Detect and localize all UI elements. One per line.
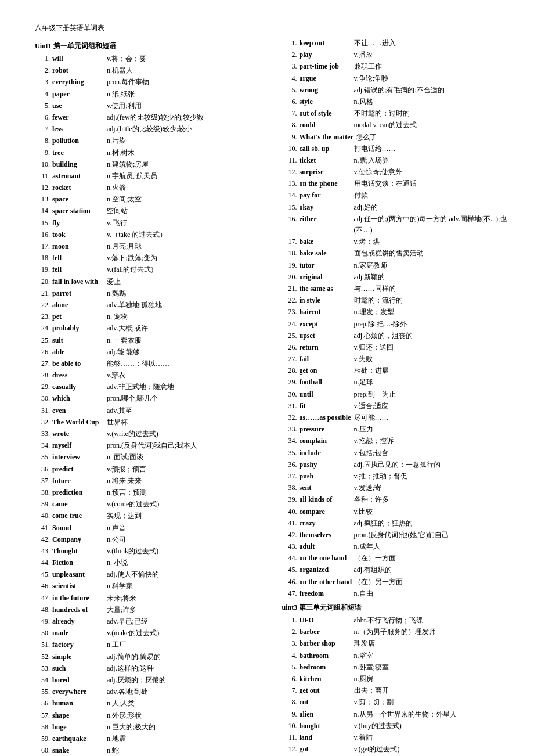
item-number: 7.	[282, 108, 297, 119]
item-word: Thought	[52, 546, 104, 557]
item-number: 7.	[282, 685, 297, 696]
item-number: 4.	[282, 650, 297, 661]
item-definition: n.压力	[354, 424, 517, 435]
item-definition: n.足球	[354, 377, 517, 388]
item-number: 14.	[35, 206, 50, 217]
item-number: 57.	[35, 710, 50, 721]
list-item: 6.stylen.风格	[282, 96, 517, 107]
item-number: 3.	[282, 61, 297, 72]
unit3-list: 1.UFOabbr.不行飞行物；飞碟2.barbern.（为男子服务的）理发师3…	[282, 615, 517, 756]
list-item: 46.on the other hand（在）另一方面	[282, 577, 517, 588]
item-number: 11.	[282, 732, 297, 743]
item-number: 45.	[35, 569, 50, 580]
item-word: made	[52, 628, 104, 639]
item-number: 40.	[35, 510, 50, 521]
item-word: future	[52, 476, 104, 487]
item-number: 30.	[282, 389, 297, 400]
item-number: 18.	[282, 248, 297, 259]
list-item: 8.couldmodal v. can的过去式	[282, 120, 517, 131]
list-item: 4.arguev.争论;争吵	[282, 73, 517, 84]
item-word: bored	[52, 675, 104, 686]
item-definition: adj.(few的比较级)较少的;较少数	[107, 112, 265, 123]
item-definition: v.使用;利用	[107, 100, 265, 111]
list-item: 12.rocketn.火箭	[35, 182, 265, 193]
left-column: Uint1 第一单元词组和短语 1.willv.将；会；要2.robotn.机器…	[35, 38, 276, 756]
item-word: interview	[52, 452, 104, 463]
item-word: include	[300, 448, 352, 459]
item-word: get on	[300, 365, 352, 376]
item-number: 22.	[35, 300, 50, 311]
list-item: 29.footballn.足球	[282, 377, 517, 388]
item-definition: adv.早已;已经	[107, 616, 265, 627]
list-item: 50.madev.(make的过去式)	[35, 628, 265, 639]
list-item: 36.predictv.预报；预言	[35, 464, 265, 475]
item-word: freedom	[300, 588, 352, 599]
list-item: 25.upsetadj.心烦的，沮丧的	[282, 330, 517, 341]
list-item: 56.humann.人;人类	[35, 698, 265, 709]
item-word: until	[300, 389, 352, 400]
item-word: style	[300, 96, 352, 107]
list-item: 3.barber shop理发店	[282, 638, 517, 649]
list-item: 58.hugen.巨大的;极大的	[35, 722, 265, 733]
item-number: 13.	[35, 194, 50, 205]
item-definition: adj.任一的;(两方中的)每一方的 adv.同样地(不...);也(不…)	[354, 214, 517, 236]
item-number: 35.	[282, 448, 297, 459]
item-word: land	[300, 732, 352, 743]
item-definition: adj.使人不愉快的	[107, 569, 265, 580]
item-word: haircut	[300, 307, 352, 318]
item-word: get out	[300, 685, 352, 696]
item-number: 5.	[282, 662, 297, 673]
item-word: alone	[52, 300, 104, 311]
item-definition: n.将来;未来	[107, 476, 265, 487]
list-item: 45.organizedadj.有组织的	[282, 564, 517, 575]
item-number: 20.	[35, 276, 50, 287]
item-number: 12.	[282, 744, 297, 755]
list-item: 2.robotn.机器人	[35, 65, 265, 76]
item-number: 34.	[35, 440, 50, 451]
item-definition: n.科学家	[107, 581, 265, 592]
item-definition: n.火箭	[107, 182, 265, 193]
item-number: 31.	[35, 405, 50, 416]
list-item: 5.wrongadj.错误的;有毛病的;不合适的	[282, 85, 517, 96]
item-number: 58.	[35, 722, 50, 733]
item-word: argue	[300, 73, 352, 84]
item-number: 4.	[282, 73, 297, 84]
list-item: 49.alreadyadv.早已;已经	[35, 616, 265, 627]
list-item: 52.simpleadj.简单的;简易的	[35, 651, 265, 663]
item-definition: （在）一方面	[354, 553, 517, 564]
item-number: 2.	[35, 65, 50, 76]
item-definition: adj.好的	[354, 202, 517, 213]
list-item: 16.eitheradj.任一的;(两方中的)每一方的 adv.同样地(不...…	[282, 214, 517, 236]
item-definition: adj.能;能够	[107, 347, 265, 358]
item-word: able	[52, 347, 104, 358]
item-word: all kinds of	[300, 494, 352, 505]
list-item: 31.evenadv.其至	[35, 405, 265, 416]
item-definition: adj.疯狂的；狂热的	[354, 518, 517, 529]
item-number: 44.	[35, 557, 50, 568]
list-item: 37.pushv.推；推动；督促	[282, 471, 517, 482]
item-word: building	[52, 159, 104, 170]
list-item: 12.gotv.(get的过去式)	[282, 744, 517, 755]
item-number: 41.	[35, 523, 50, 534]
item-word: on the other hand	[300, 577, 352, 588]
list-item: 42.Companyn.公司	[35, 534, 265, 545]
item-definition: modal v. can的过去式	[354, 120, 517, 131]
item-word: robot	[52, 65, 104, 76]
item-number: 14.	[282, 190, 297, 201]
item-word: Company	[52, 534, 104, 545]
list-item: 1.UFOabbr.不行飞行物；飞碟	[282, 615, 517, 626]
item-definition: n.票;入场券	[354, 155, 517, 166]
list-item: 2.playv.播放	[282, 49, 517, 60]
list-item: 26.ableadj.能;能够	[35, 347, 265, 358]
item-word: myself	[52, 440, 104, 451]
unit2-list: 1.keep out不让……进入2.playv.播放3.part-time jo…	[282, 38, 517, 599]
item-word: fell	[52, 253, 104, 264]
item-definition: v.(think的过去式)	[107, 546, 265, 557]
item-definition: n.外形;形状	[107, 710, 265, 721]
list-item: 15.flyv. 飞行	[35, 218, 265, 229]
item-definition: pron.(反身代词)他(她,它)们自己	[354, 530, 517, 541]
item-word: on the one hand	[300, 553, 352, 564]
item-number: 3.	[282, 638, 297, 649]
list-item: 26.returnv.归还；送回	[282, 342, 517, 353]
item-number: 18.	[35, 253, 50, 264]
